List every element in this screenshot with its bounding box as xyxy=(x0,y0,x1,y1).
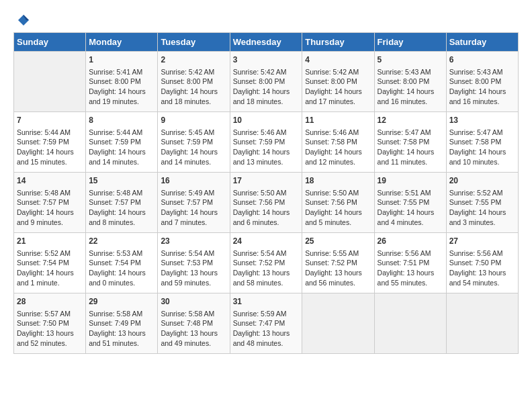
day-info-line: Sunset: 7:47 PM xyxy=(233,318,300,328)
day-info-line: Daylight: 13 hours xyxy=(233,268,300,278)
day-number: 31 xyxy=(233,296,300,308)
day-info-line: Daylight: 14 hours xyxy=(161,208,226,218)
calendar-day-cell: 4Sunrise: 5:42 AMSunset: 8:00 PMDaylight… xyxy=(302,52,374,112)
day-info-line: and 3 minutes. xyxy=(449,218,515,228)
day-info-line: Daylight: 14 hours xyxy=(233,87,300,97)
day-info-line: and 19 minutes. xyxy=(89,97,154,107)
day-number: 14 xyxy=(17,175,83,187)
day-info-line: and 11 minutes. xyxy=(378,157,443,167)
day-info-line: Daylight: 14 hours xyxy=(161,87,226,97)
day-info-line: Daylight: 14 hours xyxy=(378,87,443,97)
day-info-line: Sunset: 7:57 PM xyxy=(89,197,154,208)
calendar-day-cell: 12Sunrise: 5:47 AMSunset: 7:58 PMDayligh… xyxy=(374,112,446,173)
day-info-line: Sunset: 7:54 PM xyxy=(89,258,154,268)
day-info-line: Sunrise: 5:46 AM xyxy=(305,128,371,138)
day-number: 26 xyxy=(378,236,443,247)
weekday-header: Sunday xyxy=(14,33,86,52)
day-info-line: Sunrise: 5:43 AM xyxy=(449,67,515,77)
calendar-week-row: 21Sunrise: 5:52 AMSunset: 7:54 PMDayligh… xyxy=(14,233,519,293)
day-info-line: and 12 minutes. xyxy=(305,157,371,167)
day-info-line: and 8 minutes. xyxy=(89,218,154,228)
day-info-line: and 55 minutes. xyxy=(378,278,443,288)
day-info-line: and 14 minutes. xyxy=(161,157,226,167)
calendar-week-row: 7Sunrise: 5:44 AMSunset: 7:59 PMDaylight… xyxy=(14,112,519,173)
day-info-line: Sunrise: 5:49 AM xyxy=(161,188,226,198)
day-info-line: Sunrise: 5:42 AM xyxy=(233,67,300,77)
calendar-day-cell: 16Sunrise: 5:49 AMSunset: 7:57 PMDayligh… xyxy=(158,173,230,233)
day-number: 28 xyxy=(17,296,83,308)
empty-cell xyxy=(446,293,518,354)
day-info-line: Sunset: 7:49 PM xyxy=(89,318,154,328)
day-info-line: and 4 minutes. xyxy=(378,218,443,228)
day-info-line: and 56 minutes. xyxy=(305,278,371,288)
day-info-line: Sunset: 7:59 PM xyxy=(161,137,226,147)
day-info-line: Sunset: 7:54 PM xyxy=(17,258,83,268)
day-info-line: Sunrise: 5:42 AM xyxy=(161,67,226,77)
day-info-line: Daylight: 14 hours xyxy=(161,147,226,157)
calendar-week-row: 14Sunrise: 5:48 AMSunset: 7:57 PMDayligh… xyxy=(14,173,519,233)
day-info-line: Daylight: 14 hours xyxy=(233,147,300,157)
day-info-line: Daylight: 13 hours xyxy=(305,268,371,278)
day-info-line: Sunset: 7:51 PM xyxy=(378,258,443,268)
day-info-line: Sunrise: 5:56 AM xyxy=(449,248,515,259)
day-info-line: Sunset: 7:57 PM xyxy=(161,197,226,208)
day-info-line: Daylight: 14 hours xyxy=(305,87,371,97)
day-info-line: Sunrise: 5:48 AM xyxy=(89,188,154,198)
calendar-day-cell: 5Sunrise: 5:43 AMSunset: 8:00 PMDaylight… xyxy=(374,52,446,112)
day-info-line: Daylight: 14 hours xyxy=(17,268,83,278)
calendar-day-cell: 9Sunrise: 5:45 AMSunset: 7:59 PMDaylight… xyxy=(158,112,230,173)
calendar-day-cell: 19Sunrise: 5:51 AMSunset: 7:55 PMDayligh… xyxy=(374,173,446,233)
day-info-line: Daylight: 13 hours xyxy=(378,268,443,278)
day-info-line: Sunrise: 5:54 AM xyxy=(161,248,226,259)
day-info-line: Sunrise: 5:48 AM xyxy=(17,188,83,198)
day-info-line: Daylight: 14 hours xyxy=(449,208,515,218)
day-info-line: Daylight: 14 hours xyxy=(449,147,515,157)
day-info-line: Sunrise: 5:42 AM xyxy=(305,67,371,77)
day-info-line: Sunrise: 5:58 AM xyxy=(161,309,226,319)
day-number: 11 xyxy=(305,115,371,126)
day-info-line: and 15 minutes. xyxy=(17,157,83,167)
day-info-line: Sunrise: 5:47 AM xyxy=(378,128,443,138)
day-info-line: and 1 minute. xyxy=(17,278,83,288)
day-number: 9 xyxy=(161,115,226,126)
day-number: 13 xyxy=(449,115,515,126)
day-info-line: Sunrise: 5:52 AM xyxy=(449,188,515,198)
day-number: 16 xyxy=(161,175,226,187)
day-info-line: and 52 minutes. xyxy=(17,338,83,349)
day-info-line: Sunset: 7:52 PM xyxy=(233,258,300,268)
weekday-header: Friday xyxy=(374,33,446,52)
day-info-line: Daylight: 14 hours xyxy=(17,147,83,157)
day-info-line: Daylight: 13 hours xyxy=(449,268,515,278)
day-info-line: Sunset: 7:59 PM xyxy=(17,137,83,147)
day-info-line: Sunset: 7:53 PM xyxy=(161,258,226,268)
calendar-day-cell: 27Sunrise: 5:56 AMSunset: 7:50 PMDayligh… xyxy=(446,233,518,293)
calendar-day-cell: 22Sunrise: 5:53 AMSunset: 7:54 PMDayligh… xyxy=(86,233,158,293)
empty-cell xyxy=(302,293,374,354)
day-info-line: Sunrise: 5:57 AM xyxy=(17,309,83,319)
day-number: 29 xyxy=(89,296,154,308)
day-info-line: Sunset: 8:00 PM xyxy=(233,77,300,87)
day-number: 25 xyxy=(305,236,371,247)
day-number: 7 xyxy=(17,115,83,126)
day-info-line: Sunrise: 5:52 AM xyxy=(17,248,83,259)
day-number: 6 xyxy=(449,54,515,66)
calendar-day-cell: 1Sunrise: 5:41 AMSunset: 8:00 PMDaylight… xyxy=(86,52,158,112)
day-info-line: and 9 minutes. xyxy=(17,218,83,228)
calendar-day-cell: 7Sunrise: 5:44 AMSunset: 7:59 PMDaylight… xyxy=(14,112,86,173)
calendar-day-cell: 30Sunrise: 5:58 AMSunset: 7:48 PMDayligh… xyxy=(158,293,230,354)
day-info-line: Daylight: 14 hours xyxy=(305,208,371,218)
day-number: 23 xyxy=(161,236,226,247)
day-info-line: and 54 minutes. xyxy=(449,278,515,288)
day-info-line: Sunrise: 5:55 AM xyxy=(305,248,371,259)
day-info-line: Daylight: 14 hours xyxy=(89,147,154,157)
day-info-line: Sunrise: 5:56 AM xyxy=(378,248,443,259)
calendar-day-cell: 21Sunrise: 5:52 AMSunset: 7:54 PMDayligh… xyxy=(14,233,86,293)
calendar-week-row: 1Sunrise: 5:41 AMSunset: 8:00 PMDaylight… xyxy=(14,52,519,112)
calendar-day-cell: 24Sunrise: 5:54 AMSunset: 7:52 PMDayligh… xyxy=(230,233,302,293)
calendar-day-cell: 25Sunrise: 5:55 AMSunset: 7:52 PMDayligh… xyxy=(302,233,374,293)
calendar-week-row: 28Sunrise: 5:57 AMSunset: 7:50 PMDayligh… xyxy=(14,293,519,354)
day-info-line: Sunset: 7:50 PM xyxy=(449,258,515,268)
day-info-line: and 18 minutes. xyxy=(233,97,300,107)
day-info-line: Daylight: 13 hours xyxy=(161,268,226,278)
calendar-day-cell: 26Sunrise: 5:56 AMSunset: 7:51 PMDayligh… xyxy=(374,233,446,293)
